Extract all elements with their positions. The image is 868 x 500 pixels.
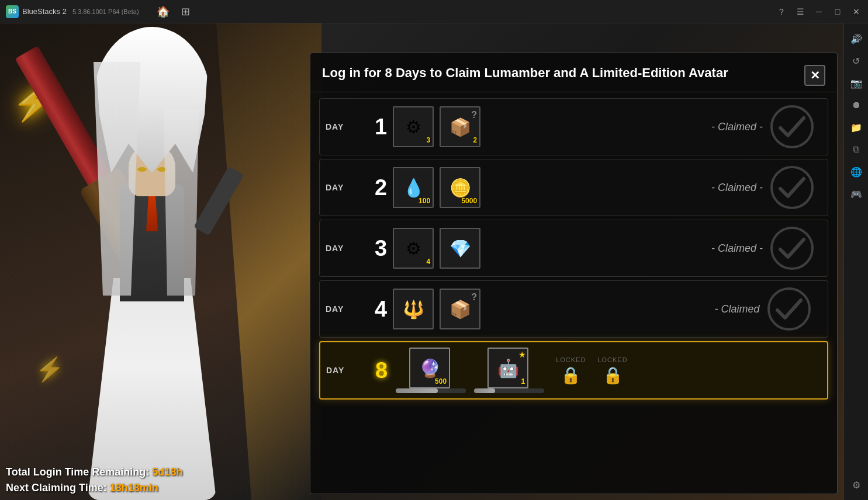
character-figure [12, 23, 292, 500]
day-8-reward-1-box: 🔮 500 [409, 348, 450, 388]
day-8-lock-2-icon: 🔒 [603, 366, 623, 385]
day-1-claimed-section: - Claimed - [705, 103, 822, 150]
day-1-reward-2-question: ? [471, 110, 477, 120]
day-8-reward-2-box: 🤖 1 ★ [487, 348, 528, 388]
bluestacks-logo-icon: BS [6, 5, 19, 18]
day-1-reward-2-box: 📦 2 ? [440, 106, 480, 147]
day-8-reward-1: 🔮 500 [393, 348, 466, 393]
day-8-number: 8 [375, 358, 388, 383]
day-1-reward-1: ⚙ 3 [393, 106, 434, 147]
character-area: ⚡ ⚡ [0, 23, 321, 500]
hair-right [164, 109, 199, 296]
menu-button[interactable]: ☰ [791, 3, 809, 20]
day-8-lock-1-wrap: LOCKED 🔒 [556, 356, 586, 385]
day-2-reward-1-icon: 💧 [403, 178, 424, 198]
day-3-reward-2: 💎 [440, 228, 480, 269]
day-1-label: DAY [326, 122, 372, 131]
bottom-info: Total Login Time Remaining: 5d18h Next C… [6, 466, 182, 494]
day-8-locked-1-label: LOCKED [556, 356, 586, 363]
day-1-number: 1 [375, 114, 387, 140]
day-3-claimed-text: - Claimed - [711, 242, 763, 255]
gamepad-icon[interactable]: 🎮 [847, 185, 866, 203]
day-1-check-icon [769, 103, 815, 150]
day-3-number: 3 [375, 236, 387, 261]
rotate-icon[interactable]: ↺ [847, 51, 866, 70]
help-button[interactable]: ? [773, 3, 790, 20]
screenshot-icon[interactable]: 📷 [847, 74, 866, 92]
day-3-reward-2-icon: 💎 [449, 238, 471, 259]
day-3-reward-1: ⚙ 4 [393, 228, 434, 269]
login-time-label: Total Login Time Remaining: [6, 466, 149, 478]
record-icon[interactable]: ⏺ [847, 96, 866, 114]
svg-point-2 [772, 228, 812, 269]
day-1-reward-1-box: ⚙ 3 [393, 106, 434, 147]
claim-time-line: Next Claiming Time: 18h18min [6, 482, 182, 494]
close-button[interactable]: ✕ [848, 3, 865, 20]
day-4-label: DAY [326, 304, 372, 314]
day-2-reward-1-count: 100 [419, 197, 430, 205]
svg-point-0 [772, 106, 812, 147]
minimize-button[interactable]: ─ [810, 3, 828, 20]
day-1-rewards: ⚙ 3 📦 2 ? [393, 106, 705, 147]
title-bar: BS BlueStacks 2 5.3.86.1001 P64 (Beta) 🏠… [0, 0, 868, 23]
login-time-value: 5d18h [152, 466, 182, 478]
day-2-reward-2-box: 🪙 5000 [440, 167, 480, 208]
layers-icon[interactable]: ⧉ [847, 140, 866, 159]
day-4-rewards: 🔱 📦 ? [393, 289, 705, 329]
day-8-row[interactable]: DAY 8 🔮 500 [319, 341, 828, 400]
day-8-reward-2-star: ★ [518, 350, 526, 359]
dialog-close-button[interactable]: ✕ [804, 65, 825, 86]
day-3-reward-1-icon: ⚙ [406, 238, 421, 259]
dialog-panel: Log in for 8 Days to Claim Lumamber and … [310, 53, 838, 494]
day-2-label: DAY [326, 183, 372, 192]
window-controls: ? ☰ ─ □ ✕ [773, 3, 868, 20]
day-4-row: DAY 4 🔱 📦 ? [319, 280, 828, 338]
globe-icon[interactable]: 🌐 [847, 162, 866, 181]
day-8-locked-2: LOCKED 🔒 [597, 356, 627, 385]
day-8-reward-1-count: 500 [435, 377, 447, 386]
day-8-reward-1-icon: 🔮 [419, 358, 441, 379]
day-4-reward-2-box: 📦 ? [440, 289, 480, 329]
day-1-reward-1-count: 3 [426, 136, 430, 144]
app-logo: BS BlueStacks 2 5.3.86.1001 P64 (Beta) [0, 5, 145, 18]
volume-icon[interactable]: 🔊 [847, 29, 866, 48]
day-2-row: DAY 2 💧 100 🪙 5000 [319, 159, 828, 216]
day-4-claimed-section: - Claimed [705, 286, 822, 332]
day-1-reward-2-count: 2 [473, 136, 477, 144]
day-2-number: 2 [375, 175, 387, 200]
day-8-rewards: 🔮 500 🤖 1 ★ [393, 348, 821, 393]
claim-time-value: 18h18min [110, 482, 158, 494]
day-2-claimed-text: - Claimed - [711, 182, 763, 194]
day-4-reward-1: 🔱 [393, 289, 434, 329]
multi-button[interactable]: ⊞ [181, 5, 190, 18]
day-2-rewards: 💧 100 🪙 5000 [393, 167, 705, 208]
day-3-label: DAY [326, 244, 372, 253]
day-3-claimed-section: - Claimed - [705, 225, 822, 272]
day-4-reward-2-question: ? [471, 292, 477, 303]
day-1-reward-2: 📦 2 ? [440, 106, 480, 147]
day-8-reward-1-progress [396, 388, 466, 393]
day-8-lock-2-wrap: LOCKED 🔒 [597, 356, 627, 385]
settings-icon[interactable]: ⚙ [847, 475, 866, 494]
day-3-row: DAY 3 ⚙ 4 💎 [319, 220, 828, 277]
day-1-reward-1-icon: ⚙ [406, 117, 421, 137]
day-4-reward-1-icon: 🔱 [403, 299, 424, 320]
home-button[interactable]: 🏠 [157, 5, 170, 18]
svg-point-1 [772, 167, 812, 208]
app-name: BlueStacks 2 [22, 7, 67, 16]
day-4-reward-1-box: 🔱 [393, 289, 434, 329]
day-1-row: DAY 1 ⚙ 3 📦 2 ? [319, 98, 828, 155]
svg-point-3 [769, 289, 810, 329]
day-1-claimed-text: - Claimed - [711, 121, 763, 133]
restore-button[interactable]: □ [829, 3, 846, 20]
dialog-title: Log in for 8 Days to Claim Lumamber and … [322, 65, 798, 82]
folder-icon[interactable]: 📁 [847, 118, 866, 137]
app-version: 5.3.86.1001 P64 (Beta) [72, 8, 139, 15]
day-3-rewards: ⚙ 4 💎 [393, 228, 705, 269]
claim-time-label: Next Claiming Time: [6, 482, 107, 494]
day-1-reward-2-icon: 📦 [449, 117, 471, 137]
day-2-reward-1: 💧 100 [393, 167, 434, 208]
day-8-lock-1-icon: 🔒 [561, 366, 581, 385]
day-8-reward-2: 🤖 1 ★ [472, 348, 544, 393]
day-8-reward-2-icon: 🤖 [497, 358, 519, 379]
